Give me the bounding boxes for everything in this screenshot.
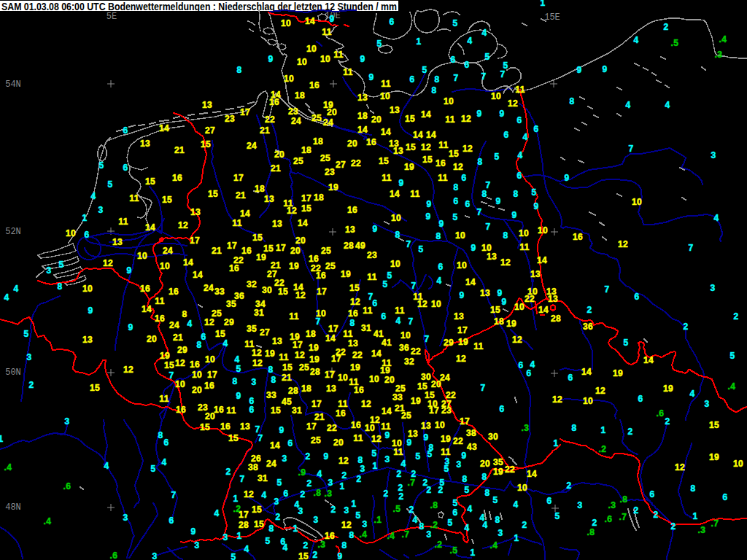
svg-text:9: 9 (425, 211, 430, 222)
svg-text:14: 14 (298, 218, 308, 228)
svg-text:17: 17 (306, 421, 317, 432)
svg-text:13: 13 (326, 384, 336, 394)
svg-text:1: 1 (470, 548, 475, 558)
svg-text:19: 19 (328, 182, 338, 192)
svg-text:38: 38 (466, 428, 476, 438)
svg-text:19: 19 (411, 396, 421, 406)
svg-text:15: 15 (405, 114, 415, 124)
svg-text:15: 15 (201, 139, 211, 149)
svg-text:14: 14 (305, 16, 315, 26)
svg-text:28: 28 (551, 314, 561, 324)
svg-text:3: 3 (152, 551, 157, 560)
svg-text:16: 16 (169, 287, 179, 297)
svg-text:9: 9 (406, 438, 411, 448)
svg-text:19: 19 (350, 362, 360, 373)
svg-text:8: 8 (236, 65, 241, 75)
svg-text:5: 5 (623, 338, 628, 348)
svg-text:22: 22 (352, 350, 363, 360)
svg-text:17: 17 (190, 236, 200, 246)
svg-text:12: 12 (338, 456, 349, 466)
svg-text:13: 13 (82, 335, 93, 345)
svg-text:9: 9 (384, 430, 390, 440)
svg-text:11: 11 (343, 67, 353, 77)
svg-text:.3: .3 (318, 540, 326, 550)
svg-text:11: 11 (129, 193, 139, 203)
svg-text:17: 17 (239, 510, 249, 520)
svg-text:5: 5 (729, 351, 735, 361)
svg-text:.6: .6 (110, 551, 118, 560)
svg-text:49: 49 (355, 241, 365, 251)
svg-text:3: 3 (313, 515, 318, 525)
svg-text:31: 31 (254, 308, 264, 318)
svg-text:8: 8 (481, 189, 487, 199)
svg-text:2: 2 (426, 485, 431, 495)
svg-text:3: 3 (360, 464, 365, 474)
svg-text:11: 11 (322, 27, 332, 37)
svg-text:5: 5 (452, 18, 457, 28)
svg-text:16: 16 (176, 405, 186, 415)
svg-text:.6: .6 (63, 481, 71, 491)
svg-text:45: 45 (282, 397, 292, 407)
svg-text:11: 11 (118, 217, 128, 227)
svg-text:3: 3 (251, 377, 256, 387)
svg-text:8: 8 (419, 521, 424, 532)
svg-text:4: 4 (222, 338, 228, 349)
svg-text:9: 9 (564, 173, 569, 183)
svg-text:12: 12 (417, 299, 427, 309)
svg-text:12: 12 (175, 358, 185, 368)
svg-text:7: 7 (476, 207, 481, 217)
svg-text:3: 3 (282, 454, 287, 464)
svg-text:5E: 5E (107, 12, 117, 22)
svg-text:6: 6 (452, 508, 457, 518)
svg-text:4: 4 (282, 542, 287, 553)
svg-text:4: 4 (4, 292, 9, 303)
svg-text:31: 31 (292, 405, 302, 416)
svg-text:14: 14 (421, 109, 431, 120)
svg-text:12: 12 (618, 239, 628, 249)
svg-text:38: 38 (248, 462, 258, 472)
svg-text:10: 10 (297, 57, 307, 67)
svg-text:25: 25 (299, 362, 309, 373)
svg-text:1: 1 (82, 213, 87, 223)
svg-text:7: 7 (406, 239, 411, 249)
svg-text:14: 14 (240, 209, 250, 219)
svg-text:2: 2 (566, 481, 571, 491)
svg-text:4: 4 (689, 389, 694, 399)
svg-text:.5: .5 (450, 545, 458, 556)
svg-text:25: 25 (311, 435, 321, 446)
svg-text:15: 15 (215, 329, 225, 339)
svg-text:14: 14 (643, 355, 654, 365)
svg-text:17: 17 (317, 287, 327, 297)
svg-text:4: 4 (713, 213, 719, 223)
svg-text:28: 28 (344, 241, 354, 251)
svg-text:10: 10 (284, 74, 294, 84)
svg-text:17: 17 (325, 370, 335, 380)
svg-text:1: 1 (339, 481, 344, 491)
svg-text:10: 10 (281, 18, 291, 28)
svg-text:19: 19 (493, 467, 503, 477)
svg-text:15: 15 (301, 203, 311, 214)
svg-text:23: 23 (325, 167, 335, 177)
svg-text:17: 17 (293, 340, 303, 350)
svg-text:13: 13 (390, 105, 400, 115)
svg-text:11: 11 (289, 311, 299, 322)
svg-text:2: 2 (306, 478, 311, 489)
svg-text:9: 9 (476, 109, 481, 119)
svg-text:5: 5 (427, 449, 432, 459)
svg-text:16: 16 (269, 97, 279, 107)
svg-text:12: 12 (675, 462, 685, 472)
svg-text:5: 5 (276, 478, 282, 488)
svg-text:6: 6 (533, 124, 538, 134)
svg-text:8: 8 (569, 96, 574, 106)
svg-text:11: 11 (333, 50, 344, 60)
svg-text:16: 16 (436, 158, 446, 168)
svg-text:15: 15 (379, 156, 389, 166)
svg-text:7: 7 (315, 316, 320, 327)
svg-text:7: 7 (688, 243, 693, 253)
svg-text:4: 4 (13, 284, 18, 294)
svg-text:6: 6 (546, 496, 551, 506)
svg-text:16: 16 (172, 173, 182, 183)
svg-text:11: 11 (381, 79, 391, 89)
svg-text:7: 7 (408, 316, 413, 327)
svg-text:9: 9 (499, 109, 504, 119)
